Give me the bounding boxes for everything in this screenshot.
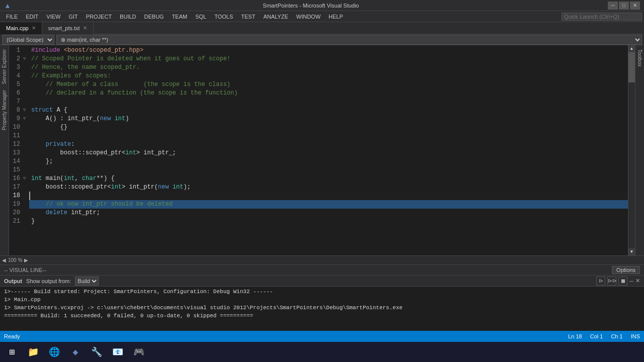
menu-help[interactable]: HELP: [325, 13, 347, 21]
fold-indicator[interactable]: [23, 140, 29, 149]
minimize-button[interactable]: ─: [608, 2, 618, 10]
taskbar-mail-button[interactable]: 📧: [108, 343, 128, 361]
scroll-up-button[interactable]: ▲: [628, 45, 635, 52]
fold-indicator[interactable]: [23, 217, 29, 226]
fold-indicator[interactable]: ▽: [23, 174, 29, 183]
toolbox-tab[interactable]: Toolbox: [636, 47, 643, 68]
menu-window[interactable]: WINDOW: [292, 13, 325, 21]
output-header-controls: ⊳ ⊳⊳ ◼ ─ ✕: [596, 277, 640, 286]
vertical-scrollbar[interactable]: ▲ ▼: [628, 45, 635, 255]
menu-edit[interactable]: EDIT: [22, 13, 42, 21]
fold-indicator[interactable]: ▽: [23, 106, 29, 115]
fold-indicator[interactable]: [23, 80, 29, 89]
fold-indicator[interactable]: [23, 166, 29, 174]
left-sidebar: Server Explorer Property Manager: [0, 45, 9, 255]
menu-test[interactable]: TEST: [237, 13, 259, 21]
menu-debug[interactable]: DEBUG: [140, 13, 168, 21]
scroll-down-button[interactable]: ▼: [628, 248, 635, 255]
fold-indicator[interactable]: [23, 123, 29, 132]
fold-indicator[interactable]: ▽: [23, 115, 29, 123]
fold-indicator[interactable]: [23, 157, 29, 166]
scroll-left-button[interactable]: ◀: [2, 257, 6, 263]
scroll-thumb[interactable]: [628, 52, 635, 82]
output-close-button[interactable]: ✕: [635, 277, 640, 286]
menu-build[interactable]: BUILD: [116, 13, 140, 21]
fold-indicator[interactable]: [23, 89, 29, 98]
restore-button[interactable]: □: [619, 2, 629, 10]
fold-indicator[interactable]: [23, 63, 29, 72]
tab-main-cpp-label: Main.cpp: [6, 25, 29, 31]
output-content[interactable]: 1>------ Build started: Project: SmartPo…: [0, 287, 644, 331]
output-toolbar-btn1[interactable]: ⊳: [596, 277, 605, 286]
tab-main-cpp-close[interactable]: ✕: [32, 25, 36, 31]
scope-right-select[interactable]: ⊕ main(int, char **): [56, 35, 642, 45]
status-right: Ln 18 Col 1 Ch 1 INS: [568, 333, 640, 339]
menu-team[interactable]: TEAM: [168, 13, 192, 21]
tab-main-cpp[interactable]: Main.cpp ✕: [0, 22, 42, 34]
fold-indicator[interactable]: ▽: [23, 55, 29, 63]
editor-container[interactable]: 1 #include <boost/scoped_ptr.hpp> 2 ▽ //…: [9, 45, 635, 255]
status-col: Col 1: [590, 333, 603, 339]
scroll-right-button[interactable]: ▶: [24, 257, 28, 263]
taskbar-game-button[interactable]: 🎮: [129, 343, 149, 361]
tab-smart-pts[interactable]: smart_pts.txt ✕: [42, 22, 94, 34]
scope-left-select[interactable]: (Global Scope): [2, 35, 54, 45]
table-row: 9 ▽ A() : int_ptr_(new int): [9, 115, 628, 123]
menu-sql[interactable]: SQL: [191, 13, 210, 21]
taskbar-start-button[interactable]: ⊞: [2, 343, 22, 361]
menu-tools[interactable]: TOOLS: [210, 13, 237, 21]
table-row: 11: [9, 132, 628, 140]
table-row: 17 boost::scoped_ptr<int> int_ptr(new in…: [9, 183, 628, 192]
taskbar-tools-button[interactable]: 🔧: [87, 343, 107, 361]
line-number: 14: [9, 157, 23, 166]
visual-line-label: -- VISUAL LINE--: [4, 267, 46, 273]
server-explorer-tab[interactable]: Server Explorer: [1, 47, 8, 86]
line-number: 3: [9, 63, 23, 72]
line-number: 20: [9, 209, 23, 217]
table-row: 21 }: [9, 217, 628, 226]
output-source-select[interactable]: Build: [75, 277, 99, 286]
code-content: // Scoped Pointer is deleted when it goe…: [29, 55, 628, 63]
fold-indicator[interactable]: [23, 200, 29, 209]
main-area: Server Explorer Property Manager 1 #incl…: [0, 45, 644, 255]
tab-smart-pts-close[interactable]: ✕: [83, 25, 87, 31]
title-text: SmartPointers - Microsoft Visual Studio: [14, 3, 608, 9]
code-content: struct A {: [29, 106, 628, 115]
close-button[interactable]: ✕: [630, 2, 640, 10]
line-number: 10: [9, 123, 23, 132]
output-toolbar-btn2[interactable]: ⊳⊳: [607, 277, 616, 286]
quick-launch-input[interactable]: [561, 13, 642, 21]
line-number: 7: [9, 98, 23, 106]
fold-indicator[interactable]: [23, 209, 29, 217]
taskbar-vs-button[interactable]: ◆: [65, 343, 86, 361]
property-manager-tab[interactable]: Property Manager: [1, 88, 8, 132]
options-button[interactable]: Options: [612, 266, 640, 274]
fold-indicator[interactable]: [23, 192, 29, 200]
fold-indicator[interactable]: [23, 183, 29, 192]
fold-indicator[interactable]: [23, 72, 29, 80]
fold-indicator[interactable]: [23, 46, 29, 55]
fold-indicator[interactable]: [23, 132, 29, 140]
fold-indicator[interactable]: [23, 149, 29, 157]
code-content: // ok now int_ptr should be deleted: [29, 200, 628, 209]
menu-project[interactable]: PROJECT: [82, 13, 116, 21]
menu-file[interactable]: FILE: [2, 13, 22, 21]
line-number: 18: [9, 192, 23, 200]
menu-git[interactable]: GIT: [64, 13, 82, 21]
code-content: // declared in a function (the scope is …: [29, 89, 628, 98]
right-sidebar: Toolbox: [635, 45, 644, 255]
list-item: 1>------ Build started: Project: SmartPo…: [4, 288, 640, 296]
line-number: 1: [9, 46, 23, 55]
fold-indicator[interactable]: [23, 98, 29, 106]
output-toolbar-btn3[interactable]: ◼: [618, 277, 627, 286]
line-number: 21: [9, 217, 23, 226]
taskbar: ⊞ 📁 🌐 ◆ 🔧 📧 🎮: [0, 342, 644, 362]
taskbar-browser-button[interactable]: 🌐: [44, 343, 64, 361]
code-editor[interactable]: 1 #include <boost/scoped_ptr.hpp> 2 ▽ //…: [9, 45, 628, 255]
output-collapse-button[interactable]: ─: [629, 277, 633, 286]
taskbar-explorer-button[interactable]: 📁: [23, 343, 43, 361]
table-row: 8 ▽ struct A {: [9, 106, 628, 115]
menu-view[interactable]: VIEW: [42, 13, 64, 21]
menu-analyze[interactable]: ANALYZE: [259, 13, 292, 21]
code-content: A() : int_ptr_(new int): [29, 115, 628, 123]
